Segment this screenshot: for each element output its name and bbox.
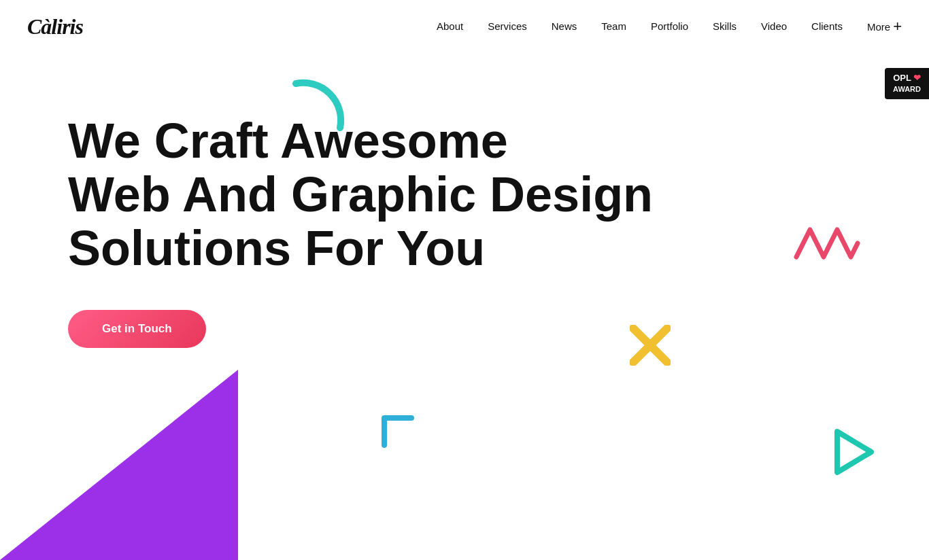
hero-title: We Craft Awesome Web And Graphic Design … xyxy=(68,114,680,276)
award-opl: OPL ❤ xyxy=(893,72,921,84)
zigzag-decoration xyxy=(793,223,861,273)
nav-link-about[interactable]: About xyxy=(437,20,463,32)
purple-triangle-decoration xyxy=(0,370,238,560)
nav-link-news[interactable]: News xyxy=(552,20,577,32)
nav-item-services[interactable]: Services xyxy=(488,20,527,33)
nav-item-video[interactable]: Video xyxy=(761,20,787,33)
nav-link-services[interactable]: Services xyxy=(488,20,527,32)
nav-link-video[interactable]: Video xyxy=(761,20,787,32)
nav-link-clients[interactable]: Clients xyxy=(811,20,843,32)
cta-button[interactable]: Get in Touch xyxy=(68,310,206,348)
hero-title-line3: Solutions For You xyxy=(68,221,485,275)
x-decoration xyxy=(630,325,671,371)
nav-item-about[interactable]: About xyxy=(437,20,463,33)
award-opl-text: OPL xyxy=(893,72,911,84)
nav-item-clients[interactable]: Clients xyxy=(811,20,843,33)
nav-link-portfolio[interactable]: Portfolio xyxy=(651,20,688,32)
nav-item-portfolio[interactable]: Portfolio xyxy=(651,20,688,33)
award-label: AWARD xyxy=(893,84,921,94)
logo[interactable]: Càliris xyxy=(27,14,83,39)
navbar: Càliris About Services News Team Portfol… xyxy=(0,0,929,53)
play-decoration xyxy=(834,428,875,478)
nav-item-more[interactable]: More + xyxy=(867,18,902,35)
award-heart-icon: ❤ xyxy=(913,72,921,84)
nav-link-team[interactable]: Team xyxy=(601,20,626,32)
nav-link-more[interactable]: More xyxy=(867,21,890,33)
hero-title-line2: Web And Graphic Design xyxy=(68,167,653,222)
logo-text: Càliris xyxy=(27,14,83,39)
arc-decoration xyxy=(286,73,347,135)
bracket-decoration xyxy=(381,415,415,451)
nav-links: About Services News Team Portfolio Skill… xyxy=(437,18,902,35)
hero-section: We Craft Awesome Web And Graphic Design … xyxy=(0,53,929,560)
more-plus-icon: + xyxy=(893,18,902,35)
svg-marker-2 xyxy=(837,432,871,472)
award-badge: OPL ❤ AWARD xyxy=(885,68,929,99)
nav-item-skills[interactable]: Skills xyxy=(713,20,737,33)
nav-item-team[interactable]: Team xyxy=(601,20,626,33)
nav-link-skills[interactable]: Skills xyxy=(713,20,737,32)
nav-item-news[interactable]: News xyxy=(552,20,577,33)
